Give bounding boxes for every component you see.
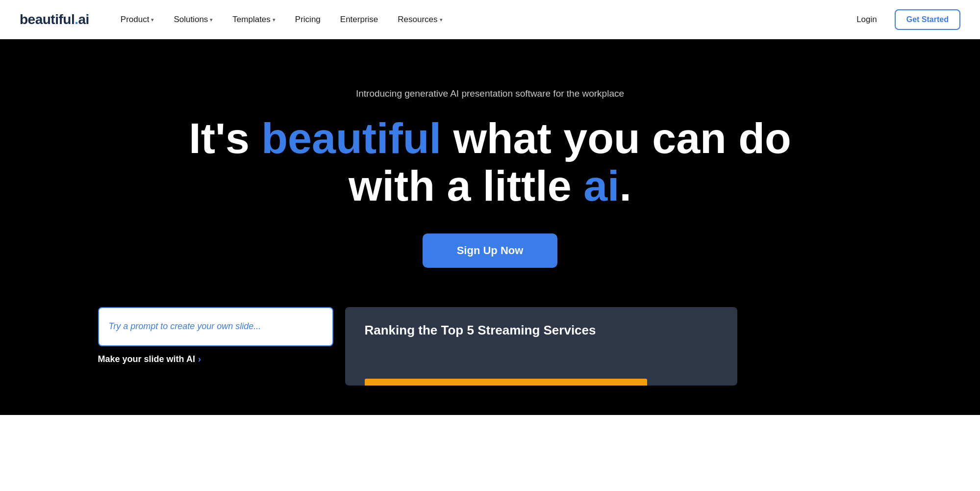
prompt-input[interactable]: Try a prompt to create your own slide...	[98, 307, 333, 346]
nav-item-enterprise[interactable]: Enterprise	[332, 11, 386, 28]
hero-title-period: .	[620, 161, 631, 210]
prompt-card: Try a prompt to create your own slide...…	[98, 307, 333, 386]
signup-button[interactable]: Sign Up Now	[423, 233, 558, 268]
make-slide-label: Make your slide with AI	[98, 354, 195, 364]
nav-item-solutions[interactable]: Solutions ▾	[166, 11, 221, 28]
hero-title-prefix: It's	[189, 114, 261, 162]
logo[interactable]: beautiful.ai	[20, 12, 89, 27]
cards-row: Try a prompt to create your own slide...…	[98, 307, 882, 386]
get-started-button[interactable]: Get Started	[895, 9, 960, 30]
chevron-down-icon: ▾	[273, 17, 276, 23]
hero-title-mid: what you can do	[441, 114, 791, 162]
nav-item-product[interactable]: Product ▾	[113, 11, 162, 28]
prompt-placeholder: Try a prompt to create your own slide...	[109, 321, 261, 332]
hero-section: Introducing generative AI presentation s…	[0, 39, 980, 415]
hero-title-beautiful: beautiful	[261, 114, 441, 162]
hero-title: It's beautiful what you can do with a li…	[189, 115, 791, 210]
hero-subtitle: Introducing generative AI presentation s…	[356, 88, 624, 99]
nav-links: Product ▾ Solutions ▾ Templates ▾ Pricin…	[113, 11, 849, 28]
nav-item-pricing[interactable]: Pricing	[287, 11, 328, 28]
chevron-down-icon: ▾	[151, 17, 154, 23]
make-slide-link[interactable]: Make your slide with AI ›	[98, 354, 333, 364]
logo-dot: .	[75, 12, 78, 27]
nav-item-templates[interactable]: Templates ▾	[225, 11, 283, 28]
login-button[interactable]: Login	[849, 11, 885, 28]
chevron-down-icon: ▾	[440, 17, 443, 23]
navbar: beautiful.ai Product ▾ Solutions ▾ Templ…	[0, 0, 980, 39]
hero-title-ai: ai	[583, 161, 619, 210]
chevron-down-icon: ▾	[210, 17, 213, 23]
arrow-icon: ›	[198, 354, 201, 364]
streaming-card-title: Ranking the Top 5 Streaming Services	[365, 323, 718, 338]
hero-title-line2-prefix: with a little	[349, 161, 583, 210]
streaming-card: Ranking the Top 5 Streaming Services	[345, 307, 737, 386]
nav-right: Login Get Started	[849, 9, 960, 30]
nav-item-resources[interactable]: Resources ▾	[390, 11, 450, 28]
streaming-bar	[365, 379, 647, 386]
logo-text: beautiful.ai	[20, 12, 89, 27]
